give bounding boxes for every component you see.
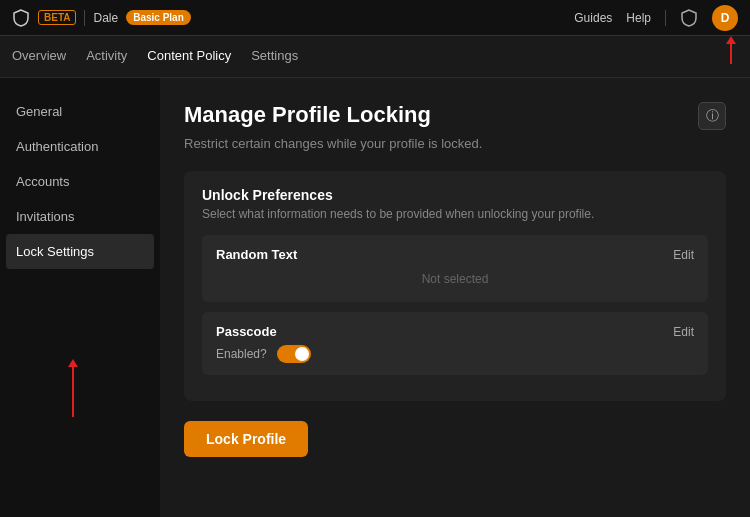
arrow-line-sidebar [72,367,74,417]
random-text-header: Random Text Edit [216,247,694,262]
shield-logo-icon [12,9,30,27]
beta-badge: BETA [38,10,76,25]
guides-link[interactable]: Guides [574,11,612,25]
info-button[interactable]: ⓘ [698,102,726,130]
page-title: Manage Profile Locking [184,102,431,128]
arrow-head-sidebar [68,359,78,367]
tab-activity[interactable]: Activity [86,44,127,69]
enabled-label: Enabled? [216,347,267,361]
arrow-sidebar [68,359,78,417]
sidebar-item-invitations[interactable]: Invitations [0,199,160,234]
unlock-prefs-subtitle: Select what information needs to be prov… [202,207,708,221]
passcode-label: Passcode [216,324,277,339]
tab-overview[interactable]: Overview [12,44,66,69]
sidebar-item-authentication[interactable]: Authentication [0,129,160,164]
plan-badge: Basic Plan [126,10,191,25]
passcode-enabled-row: Enabled? [216,345,694,363]
tab-settings[interactable]: Settings [251,44,298,69]
sidebar: General Authentication Accounts Invitati… [0,78,160,517]
passcode-row: Passcode Edit Enabled? [202,312,708,375]
secondary-nav: Overview Activity Content Policy Setting… [0,36,750,78]
top-nav: BETA Dale Basic Plan Guides Help D [0,0,750,36]
avatar[interactable]: D [712,5,738,31]
shield-icon[interactable] [680,9,698,27]
random-text-value: Not selected [216,268,694,290]
sidebar-item-lock-settings[interactable]: Lock Settings [6,234,154,269]
top-nav-left: BETA Dale Basic Plan [12,9,191,27]
top-nav-right: Guides Help D [574,5,738,31]
random-text-edit[interactable]: Edit [673,248,694,262]
page-header: Manage Profile Locking ⓘ [184,102,726,130]
lock-profile-button[interactable]: Lock Profile [184,421,308,457]
sidebar-item-general[interactable]: General [0,94,160,129]
unlock-prefs-card: Unlock Preferences Select what informati… [184,171,726,401]
page-subtitle: Restrict certain changes while your prof… [184,136,726,151]
passcode-toggle[interactable] [277,345,311,363]
sidebar-item-accounts[interactable]: Accounts [0,164,160,199]
help-link[interactable]: Help [626,11,651,25]
tab-content-policy[interactable]: Content Policy [147,44,231,69]
nav-divider [665,10,666,26]
random-text-row: Random Text Edit Not selected [202,235,708,302]
unlock-prefs-title: Unlock Preferences [202,187,708,203]
passcode-edit[interactable]: Edit [673,325,694,339]
main-content: Manage Profile Locking ⓘ Restrict certai… [160,78,750,517]
user-name: Dale [93,11,118,25]
main-layout: General Authentication Accounts Invitati… [0,78,750,517]
divider [84,10,85,26]
passcode-header: Passcode Edit [216,324,694,339]
random-text-label: Random Text [216,247,297,262]
